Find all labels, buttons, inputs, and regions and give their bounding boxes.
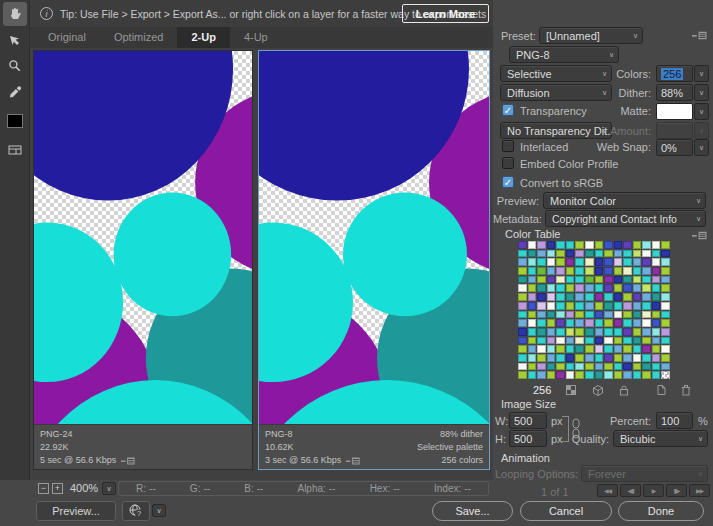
color-swatch[interactable] xyxy=(633,293,642,301)
color-swatch[interactable] xyxy=(595,319,604,327)
color-swatch[interactable] xyxy=(547,258,556,266)
color-swatch[interactable] xyxy=(604,345,613,353)
color-swatch[interactable] xyxy=(633,319,642,327)
color-swatch[interactable] xyxy=(547,250,556,258)
color-swatch[interactable] xyxy=(623,276,632,284)
color-swatch[interactable] xyxy=(652,258,661,266)
color-swatch[interactable] xyxy=(537,284,546,292)
preview-in-browser-button[interactable]: Preview... xyxy=(36,501,116,521)
color-swatch[interactable] xyxy=(575,258,584,266)
color-swatch[interactable] xyxy=(642,319,651,327)
color-swatch[interactable] xyxy=(518,363,527,371)
color-swatch[interactable] xyxy=(518,284,527,292)
color-swatch[interactable] xyxy=(652,284,661,292)
color-swatch[interactable] xyxy=(537,337,546,345)
color-swatch[interactable] xyxy=(595,302,604,310)
color-swatch[interactable] xyxy=(585,293,594,301)
color-swatch[interactable] xyxy=(566,284,575,292)
color-swatch[interactable] xyxy=(642,293,651,301)
color-swatch[interactable] xyxy=(528,328,537,336)
color-swatch[interactable] xyxy=(585,328,594,336)
color-swatch[interactable] xyxy=(595,354,604,362)
first-frame-button[interactable]: ◀◀ xyxy=(597,484,618,497)
color-swatch[interactable] xyxy=(556,284,565,292)
color-swatch[interactable] xyxy=(642,250,651,258)
color-swatch[interactable] xyxy=(585,354,594,362)
color-swatch[interactable] xyxy=(661,354,670,362)
color-swatch[interactable] xyxy=(614,302,623,310)
color-swatch[interactable] xyxy=(518,328,527,336)
color-swatch[interactable] xyxy=(595,345,604,353)
palette-reduction-select[interactable]: Selective∨ xyxy=(500,65,612,82)
color-swatch[interactable] xyxy=(642,311,651,319)
color-swatch[interactable] xyxy=(642,284,651,292)
color-swatch[interactable] xyxy=(633,284,642,292)
color-swatch[interactable] xyxy=(652,267,661,275)
color-swatch[interactable] xyxy=(528,311,537,319)
preset-select[interactable]: [Unnamed]∨ xyxy=(539,27,643,44)
eyedropper-tool-button[interactable] xyxy=(3,80,27,104)
color-swatch[interactable] xyxy=(595,276,604,284)
color-swatch[interactable] xyxy=(633,311,642,319)
zoom-in-button[interactable]: + xyxy=(52,483,63,494)
color-swatch[interactable] xyxy=(575,267,584,275)
color-swatch[interactable] xyxy=(623,337,632,345)
color-swatch[interactable] xyxy=(518,258,527,266)
color-swatch[interactable] xyxy=(547,293,556,301)
color-swatch[interactable] xyxy=(566,363,575,371)
optimized-image-preview[interactable] xyxy=(259,51,489,424)
color-swatch[interactable] xyxy=(537,302,546,310)
color-swatch[interactable] xyxy=(652,363,661,371)
color-swatch[interactable] xyxy=(547,328,556,336)
color-swatch[interactable] xyxy=(575,276,584,284)
color-swatch[interactable] xyxy=(537,293,546,301)
color-swatch[interactable] xyxy=(633,267,642,275)
web-snap-stepper[interactable]: ∨ xyxy=(694,139,709,156)
color-swatch[interactable] xyxy=(537,258,546,266)
color-swatch[interactable] xyxy=(604,328,613,336)
color-swatch[interactable] xyxy=(595,293,604,301)
color-swatch[interactable] xyxy=(537,363,546,371)
color-swatch[interactable] xyxy=(585,258,594,266)
color-swatch[interactable] xyxy=(604,284,613,292)
color-swatch[interactable] xyxy=(614,311,623,319)
color-swatch[interactable] xyxy=(604,319,613,327)
color-swatch[interactable] xyxy=(528,276,537,284)
color-swatch[interactable] xyxy=(575,354,584,362)
colors-stepper[interactable]: ∨ xyxy=(694,65,709,82)
color-swatch[interactable] xyxy=(623,311,632,319)
slice-select-tool-button[interactable] xyxy=(3,28,27,52)
color-swatch[interactable] xyxy=(556,293,565,301)
color-swatch[interactable] xyxy=(585,371,594,379)
color-swatch[interactable] xyxy=(528,337,537,345)
color-swatch[interactable] xyxy=(642,302,651,310)
height-input[interactable]: 500 xyxy=(509,430,547,447)
color-swatch[interactable] xyxy=(556,319,565,327)
width-input[interactable]: 500 xyxy=(509,412,547,429)
browser-select-button[interactable]: ? xyxy=(122,501,150,521)
color-swatch[interactable] xyxy=(614,258,623,266)
color-swatch[interactable] xyxy=(633,328,642,336)
color-swatch[interactable] xyxy=(614,363,623,371)
color-swatch[interactable] xyxy=(537,276,546,284)
color-swatch[interactable] xyxy=(528,363,537,371)
color-swatch[interactable] xyxy=(556,241,565,249)
color-swatch[interactable] xyxy=(604,363,613,371)
color-swatch[interactable] xyxy=(604,258,613,266)
color-swatch[interactable] xyxy=(518,337,527,345)
color-swatch[interactable] xyxy=(528,345,537,353)
interlaced-checkbox[interactable] xyxy=(502,140,514,152)
matte-color-well[interactable] xyxy=(656,103,693,120)
color-swatch[interactable] xyxy=(547,311,556,319)
color-swatch[interactable] xyxy=(633,345,642,353)
color-swatch[interactable] xyxy=(585,241,594,249)
color-swatch[interactable] xyxy=(537,311,546,319)
color-swatch[interactable] xyxy=(604,302,613,310)
preview-mode-select[interactable]: Monitor Color∨ xyxy=(543,192,706,209)
color-swatch[interactable] xyxy=(623,302,632,310)
color-swatch[interactable] xyxy=(642,337,651,345)
color-swatch[interactable] xyxy=(614,284,623,292)
eyedropper-color-swatch[interactable] xyxy=(7,114,23,128)
preview-pane-original[interactable]: PNG-24 22.92K 5 sec @ 56.6 Kbps xyxy=(33,50,253,470)
color-swatch[interactable] xyxy=(575,311,584,319)
